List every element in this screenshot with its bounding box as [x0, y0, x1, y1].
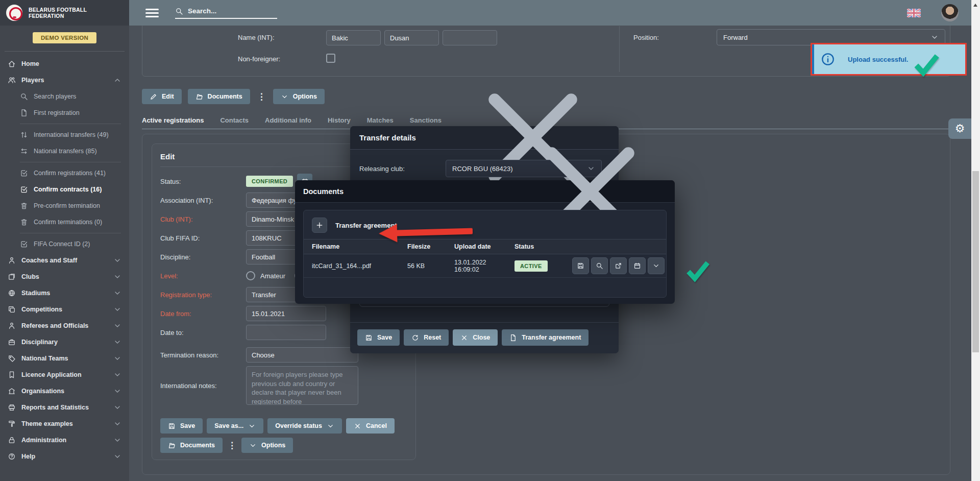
international-notes-field[interactable] — [246, 366, 358, 405]
sidebar-item-competitions[interactable]: Competitions — [0, 301, 129, 318]
global-search[interactable] — [175, 7, 277, 19]
sidebar-item-players[interactable]: Players — [0, 72, 129, 88]
date-from-field[interactable] — [246, 306, 326, 321]
status-label: Status: — [160, 178, 246, 185]
tutorial-check-annotation — [684, 256, 712, 284]
date-to-field[interactable] — [246, 325, 326, 340]
sidebar-item-referees-and-officials[interactable]: Referees and Officials — [0, 318, 129, 334]
options-button[interactable]: Options — [241, 438, 293, 453]
sidebar-item-organisations[interactable]: Organisations — [0, 383, 129, 399]
menu-toggle-icon[interactable] — [145, 7, 159, 19]
more-actions-icon[interactable] — [256, 91, 267, 102]
non-foreigner-checkbox[interactable] — [326, 54, 335, 63]
sidebar-item-theme-examples[interactable]: Theme examples — [0, 416, 129, 432]
sidebar-item-label: Players — [21, 77, 44, 84]
upload-toast[interactable]: Upload successful. — [811, 43, 967, 76]
close-button[interactable]: Close — [453, 329, 498, 346]
name-int-middlename-field[interactable] — [443, 30, 497, 45]
sidebar-item-search-players[interactable]: Search players — [0, 88, 129, 105]
sidebar-header: BELARUS FOOTBALL FEDERATION — [0, 0, 129, 26]
arrow-head — [379, 224, 398, 243]
sidebar-item-international-transfers-49[interactable]: International transfers (49) — [0, 127, 129, 143]
sidebar-item-stadiums[interactable]: Stadiums — [0, 285, 129, 301]
sidebar-item-help[interactable]: Help — [0, 448, 129, 465]
open-external-action-button[interactable] — [610, 257, 627, 274]
search-icon — [596, 262, 603, 270]
add-document-button[interactable] — [312, 218, 327, 233]
reset-button[interactable]: Reset — [404, 329, 449, 346]
players-icon — [8, 76, 16, 84]
search-input[interactable] — [188, 7, 264, 15]
sidebar-item-disciplinary[interactable]: Disciplinary — [0, 334, 129, 350]
save-icon — [365, 334, 373, 342]
demo-version-row: DEMO VERSION — [0, 26, 129, 51]
non-foreigner-label: Non-foreigner: — [238, 55, 280, 63]
position-value: Forward — [723, 34, 748, 41]
demo-version-badge: DEMO VERSION — [33, 32, 96, 43]
sidebar-item-confirm-terminations-0[interactable]: Confirm terminations (0) — [0, 214, 129, 230]
documents-table-header: FilenameFilesizeUpload dateStatus — [304, 239, 666, 254]
person-icon — [8, 256, 16, 264]
transfer-agreement-button[interactable]: Transfer agreement — [502, 329, 589, 346]
sidebar-item-fifa-connect-id-2[interactable]: FIFA Connect ID (2) — [0, 236, 129, 252]
sidebar-item-label: Administration — [21, 437, 66, 444]
termination-select[interactable]: Choose — [246, 347, 358, 363]
sidebar-item-pre-confirm-termination[interactable]: Pre-confirm termination — [0, 198, 129, 214]
name-int-firstname-field[interactable] — [384, 30, 439, 45]
name-int-surname-field[interactable] — [326, 30, 381, 45]
scrollbar-thumb[interactable] — [972, 171, 979, 352]
status-badge: ACTIVE — [514, 260, 548, 272]
save-as-button[interactable]: Save as... — [207, 418, 263, 434]
tab-additional-info[interactable]: Additional info — [265, 113, 311, 129]
plus-icon — [315, 221, 324, 229]
sidebar-item-coaches-and-staff[interactable]: Coaches and Staff — [0, 252, 129, 269]
sidebar-item-home[interactable]: Home — [0, 56, 129, 72]
tab-active-registrations[interactable]: Active registrations — [142, 113, 204, 129]
briefcase-icon — [8, 338, 16, 346]
sidebar-item-licence-application[interactable]: Licence Application — [0, 367, 129, 383]
file-icon — [509, 334, 517, 342]
save-action-button[interactable] — [572, 257, 589, 274]
sidebar-item-administration[interactable]: Administration — [0, 432, 129, 448]
level-radio-amateur[interactable] — [246, 271, 255, 280]
column-header: Filesize — [399, 243, 446, 250]
edit-button-label: Edit — [162, 93, 174, 100]
close-label: Close — [473, 334, 490, 341]
check-square-icon — [20, 185, 28, 194]
sidebar-item-reports-and-statistics[interactable]: Reports and Statistics — [0, 399, 129, 416]
sidebar-item-confirm-contracts-16[interactable]: Confirm contracts (16) — [0, 181, 129, 198]
sidebar-item-clubs[interactable]: Clubs — [0, 269, 129, 285]
save-button[interactable]: Save — [357, 329, 400, 346]
chevron-down-icon — [113, 273, 121, 281]
releasing-club-value: RCOR BGU (68423) — [452, 165, 512, 173]
override-status-button[interactable]: Override status — [267, 418, 342, 434]
language-flag-icon[interactable] — [907, 9, 921, 17]
sidebar-item-label: International transfers (49) — [34, 131, 109, 138]
more-actions-icon[interactable] — [227, 440, 237, 451]
sidebar-item-confirm-registrations-41[interactable]: Confirm registrations (41) — [0, 165, 129, 181]
documents-button[interactable]: Documents — [160, 438, 223, 453]
chevron-down-action-button[interactable] — [648, 257, 665, 274]
tutorial-check-annotation — [912, 49, 941, 79]
documents-button[interactable]: Documents — [188, 89, 250, 104]
save-button[interactable]: Save — [160, 418, 203, 434]
calendar-action-button[interactable] — [629, 257, 646, 274]
user-avatar[interactable] — [941, 4, 959, 21]
folder-icon — [168, 442, 176, 449]
cancel-button[interactable]: Cancel — [346, 418, 395, 434]
options-button[interactable]: Options — [273, 89, 325, 104]
sidebar-item-national-teams[interactable]: National Teams — [0, 350, 129, 367]
tab-history[interactable]: History — [328, 113, 351, 129]
sidebar-item-first-registration[interactable]: First registration — [0, 105, 129, 121]
settings-gear-button[interactable] — [948, 118, 971, 139]
notes-row: International notes: — [160, 366, 407, 405]
sidebar: BELARUS FOOTBALL FEDERATION DEMO VERSION… — [0, 0, 129, 481]
chevron-up-icon — [113, 76, 121, 84]
edit-button[interactable]: Edit — [142, 89, 182, 104]
scroll-up-arrow-icon[interactable] — [973, 4, 977, 7]
sidebar-item-national-transfers-85[interactable]: National transfers (85) — [0, 143, 129, 159]
vertical-scrollbar[interactable] — [971, 0, 980, 481]
tab-contacts[interactable]: Contacts — [220, 113, 249, 129]
topbar — [129, 0, 980, 26]
search-action-button[interactable] — [591, 257, 608, 274]
